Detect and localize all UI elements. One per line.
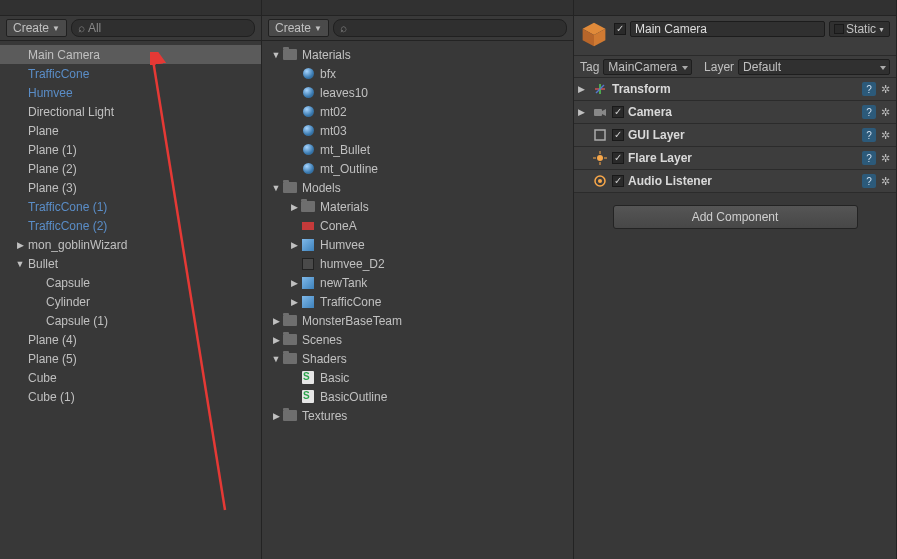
component-enabled-checkbox[interactable]: ✓: [612, 152, 624, 164]
project-item[interactable]: mt_Bullet: [262, 140, 573, 159]
project-item[interactable]: ▶Humvee: [262, 235, 573, 254]
item-label: humvee_D2: [318, 257, 385, 271]
mat-icon: [300, 66, 316, 82]
help-icon[interactable]: ?: [862, 128, 876, 142]
gameobject-cube-icon: [580, 20, 608, 48]
item-label: Plane (3): [26, 181, 77, 195]
chevron-right-icon: ▶: [288, 202, 300, 212]
hierarchy-item[interactable]: Plane (1): [0, 140, 261, 159]
component-name: Transform: [612, 82, 858, 96]
hierarchy-item[interactable]: Main Camera: [0, 45, 261, 64]
hierarchy-item[interactable]: ▶mon_goblinWizard: [0, 235, 261, 254]
hierarchy-item[interactable]: Plane (3): [0, 178, 261, 197]
gear-icon[interactable]: ✲: [878, 174, 892, 188]
help-icon[interactable]: ?: [862, 174, 876, 188]
create-label: Create: [275, 21, 311, 35]
hierarchy-item[interactable]: Capsule: [0, 273, 261, 292]
project-item[interactable]: ConeA: [262, 216, 573, 235]
hierarchy-item[interactable]: Cube: [0, 368, 261, 387]
project-item[interactable]: ▶MonsterBaseTeam: [262, 311, 573, 330]
hierarchy-item[interactable]: Plane: [0, 121, 261, 140]
help-icon[interactable]: ?: [862, 151, 876, 165]
item-label: BasicOutline: [318, 390, 387, 404]
hierarchy-item[interactable]: Plane (5): [0, 349, 261, 368]
item-label: Plane (2): [26, 162, 77, 176]
project-item[interactable]: leaves10: [262, 83, 573, 102]
component-enabled-checkbox[interactable]: ✓: [612, 175, 624, 187]
gui-icon: [592, 127, 608, 143]
static-toggle[interactable]: Static ▼: [829, 21, 890, 37]
project-item[interactable]: bfx: [262, 64, 573, 83]
project-item[interactable]: ▶Textures: [262, 406, 573, 425]
gear-icon[interactable]: ✲: [878, 82, 892, 96]
project-item[interactable]: ▼Models: [262, 178, 573, 197]
search-icon: ⌕: [340, 21, 347, 35]
component-enabled-checkbox[interactable]: ✓: [612, 106, 624, 118]
chevron-down-icon: ▼: [52, 24, 60, 33]
hierarchy-item[interactable]: TrafficCone (2): [0, 216, 261, 235]
component-transform[interactable]: ▶Transform?✲: [574, 78, 896, 101]
item-label: mon_goblinWizard: [26, 238, 127, 252]
prefab-icon: [300, 294, 316, 310]
project-item[interactable]: Basic: [262, 368, 573, 387]
add-component-label: Add Component: [692, 210, 779, 224]
item-label: Materials: [300, 48, 351, 62]
project-item[interactable]: mt_Outline: [262, 159, 573, 178]
project-item[interactable]: BasicOutline: [262, 387, 573, 406]
hierarchy-item[interactable]: Capsule (1): [0, 311, 261, 330]
tag-dropdown[interactable]: MainCamera: [603, 59, 692, 75]
component-camera[interactable]: ▶✓Camera?✲: [574, 101, 896, 124]
chevron-right-icon: ▶: [270, 411, 282, 421]
project-item[interactable]: mt02: [262, 102, 573, 121]
hierarchy-create-button[interactable]: Create ▼: [6, 19, 67, 37]
component-gui-layer[interactable]: ✓GUI Layer?✲: [574, 124, 896, 147]
gear-icon[interactable]: ✲: [878, 151, 892, 165]
project-item[interactable]: ▶Materials: [262, 197, 573, 216]
hierarchy-item[interactable]: Plane (4): [0, 330, 261, 349]
project-item[interactable]: mt03: [262, 121, 573, 140]
red-icon: [300, 218, 316, 234]
chevron-down-icon: ▼: [270, 50, 282, 60]
component-flare-layer[interactable]: ✓Flare Layer?✲: [574, 147, 896, 170]
hierarchy-item[interactable]: ▼Bullet: [0, 254, 261, 273]
help-icon[interactable]: ?: [862, 105, 876, 119]
hierarchy-item[interactable]: TrafficCone: [0, 64, 261, 83]
hierarchy-panel: Create ▼ ⌕ All Main CameraTrafficConeHum…: [0, 0, 262, 559]
help-icon[interactable]: ?: [862, 82, 876, 96]
chevron-down-icon: ▼: [270, 354, 282, 364]
project-item[interactable]: ▶Scenes: [262, 330, 573, 349]
gameobject-enabled-checkbox[interactable]: ✓: [614, 23, 626, 35]
project-item[interactable]: ▶TrafficCone: [262, 292, 573, 311]
item-label: Cube (1): [26, 390, 75, 404]
inspector-title-bar: [574, 0, 896, 16]
hierarchy-item[interactable]: Cylinder: [0, 292, 261, 311]
hierarchy-search-input[interactable]: ⌕ All: [71, 19, 255, 37]
mat-icon: [300, 85, 316, 101]
hierarchy-item[interactable]: TrafficCone (1): [0, 197, 261, 216]
gear-icon[interactable]: ✲: [878, 105, 892, 119]
mat-icon: [300, 104, 316, 120]
item-label: Humvee: [318, 238, 365, 252]
hierarchy-item[interactable]: Humvee: [0, 83, 261, 102]
gear-icon[interactable]: ✲: [878, 128, 892, 142]
project-item[interactable]: ▼Shaders: [262, 349, 573, 368]
gameobject-name-input[interactable]: [630, 21, 825, 37]
add-component-button[interactable]: Add Component: [613, 205, 858, 229]
hierarchy-item[interactable]: Directional Light: [0, 102, 261, 121]
hierarchy-item[interactable]: Plane (2): [0, 159, 261, 178]
component-enabled-checkbox[interactable]: ✓: [612, 129, 624, 141]
project-create-button[interactable]: Create ▼: [268, 19, 329, 37]
hierarchy-item[interactable]: Cube (1): [0, 387, 261, 406]
component-name: GUI Layer: [628, 128, 858, 142]
project-item[interactable]: ▶newTank: [262, 273, 573, 292]
item-label: TrafficCone (1): [26, 200, 107, 214]
item-label: Bullet: [26, 257, 58, 271]
static-checkbox[interactable]: [834, 24, 844, 34]
project-item[interactable]: ▼Materials: [262, 45, 573, 64]
component-audio-listener[interactable]: ✓Audio Listener?✲: [574, 170, 896, 193]
project-search-input[interactable]: ⌕: [333, 19, 567, 37]
project-item[interactable]: humvee_D2: [262, 254, 573, 273]
component-name: Camera: [628, 105, 858, 119]
layer-dropdown[interactable]: Default: [738, 59, 890, 75]
chevron-right-icon: ▶: [288, 297, 300, 307]
